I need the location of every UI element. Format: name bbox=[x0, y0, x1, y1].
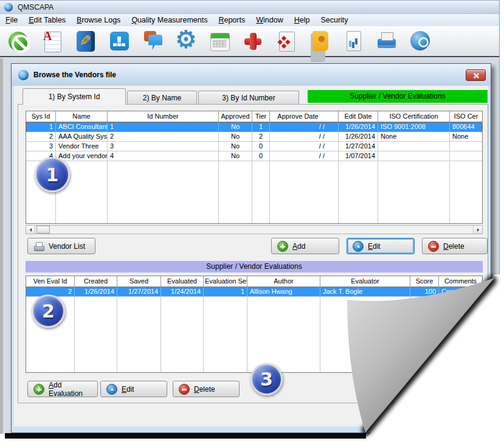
empty-row[interactable] bbox=[26, 181, 482, 190]
table-cell bbox=[378, 171, 450, 181]
add-plus-icon[interactable] bbox=[240, 29, 266, 54]
table-cell: 1/26/2014 bbox=[339, 132, 378, 141]
calendar-icon[interactable] bbox=[207, 29, 232, 54]
scrollbar-thumb[interactable] bbox=[36, 226, 50, 234]
table-cell bbox=[204, 355, 247, 365]
table-cell bbox=[339, 171, 378, 181]
menu-item-window[interactable]: Window bbox=[250, 15, 288, 26]
table-cell: 0 bbox=[252, 151, 270, 161]
menu-item-quality-measurements[interactable]: Quality Measurements bbox=[126, 15, 213, 26]
delete-button[interactable]: Delete bbox=[173, 381, 240, 397]
table-cell bbox=[26, 220, 56, 224]
table-cell: 1/07/2014 bbox=[339, 151, 378, 161]
table-cell bbox=[108, 190, 219, 200]
button-label: Delete bbox=[443, 242, 464, 251]
table-cell bbox=[56, 190, 108, 200]
table-cell: No bbox=[219, 122, 252, 131]
empty-row[interactable] bbox=[26, 171, 482, 181]
table-cell: 3 bbox=[108, 142, 219, 151]
menu-item-security[interactable]: Security bbox=[315, 15, 353, 26]
empty-row[interactable] bbox=[26, 210, 482, 220]
table-cell bbox=[204, 316, 247, 326]
table-cell bbox=[204, 307, 247, 316]
table-cell: / / bbox=[270, 142, 339, 151]
table-cell bbox=[26, 210, 56, 220]
menu-item-browse-logs[interactable]: Browse Logs bbox=[71, 15, 126, 26]
scroll-right-button[interactable] bbox=[473, 226, 482, 234]
table-cell bbox=[108, 220, 219, 224]
table-row[interactable]: 4Add your vendor or perso4No0/ /1/07/201… bbox=[26, 151, 482, 161]
table-cell bbox=[378, 200, 450, 210]
table-cell bbox=[219, 200, 252, 210]
table-cell bbox=[56, 220, 108, 224]
notebook-edit-icon[interactable] bbox=[73, 29, 98, 54]
column-header: Created bbox=[75, 276, 117, 286]
table-cell: 1/26/2014 bbox=[339, 122, 378, 131]
annotation-badge-3: 3 bbox=[250, 363, 283, 395]
table-row[interactable]: 1ABCI Consultants1No1/ /1/26/2014ISO 900… bbox=[26, 122, 482, 132]
button-label: Add bbox=[292, 242, 305, 251]
table-cell bbox=[270, 181, 339, 190]
table-cell bbox=[75, 307, 117, 316]
table-cell: 1/26/2014 bbox=[75, 287, 117, 296]
button-label: Add Evaluation bbox=[49, 381, 97, 398]
table-cell: Add your vendor or perso bbox=[56, 151, 108, 161]
block-icon[interactable] bbox=[6, 29, 32, 54]
empty-row[interactable] bbox=[26, 190, 482, 200]
chart-report-icon[interactable] bbox=[340, 29, 366, 54]
table-cell bbox=[26, 355, 75, 365]
web-search-icon[interactable] bbox=[407, 29, 433, 54]
printer-icon[interactable] bbox=[374, 29, 399, 54]
table-cell bbox=[117, 326, 161, 336]
menu-item-reports[interactable]: Reports bbox=[213, 15, 250, 26]
table-cell bbox=[56, 210, 108, 220]
table-cell bbox=[161, 326, 204, 336]
table-cell bbox=[75, 316, 117, 326]
add-button[interactable]: Add bbox=[271, 238, 339, 254]
table-row[interactable]: 3Vendor Three3No0/ /1/27/2014 bbox=[26, 142, 482, 151]
tab-3-by-id-number[interactable]: 3) By Id Number bbox=[198, 91, 299, 105]
table-cell bbox=[378, 190, 450, 200]
table-cell bbox=[270, 190, 339, 200]
document-a-icon[interactable] bbox=[40, 29, 65, 54]
horizontal-scrollbar[interactable] bbox=[26, 225, 483, 234]
table-cell bbox=[339, 220, 378, 224]
table-cell bbox=[247, 336, 320, 346]
empty-row[interactable] bbox=[26, 220, 482, 224]
delete-button[interactable]: Delete bbox=[422, 238, 488, 254]
table-row[interactable]: 2AAA Quality Systems2No2/ /1/26/2014None… bbox=[26, 132, 482, 142]
table-cell: 2 bbox=[252, 132, 270, 141]
table-cell bbox=[117, 365, 161, 373]
vendor-list-button[interactable]: Vendor List bbox=[27, 238, 95, 254]
table-cell bbox=[270, 171, 339, 181]
merge-document-icon[interactable] bbox=[274, 29, 299, 54]
table-cell bbox=[339, 200, 378, 210]
table-cell bbox=[117, 297, 161, 307]
vendors-table[interactable]: Sys IdNameId NumberApprovedTierApprove D… bbox=[26, 111, 483, 224]
menu-item-file[interactable]: File bbox=[0, 15, 23, 26]
table-cell bbox=[204, 365, 247, 373]
page-curl-decoration bbox=[340, 271, 504, 441]
menu-item-edit-tables[interactable]: Edit Tables bbox=[23, 15, 71, 26]
table-cell: 1/27/2014 bbox=[117, 287, 161, 296]
tab-1-by-system-id[interactable]: 1) By System Id bbox=[22, 88, 126, 105]
table-cell bbox=[108, 171, 219, 181]
button-label: Vendor List bbox=[49, 242, 85, 251]
dialog-titlebar[interactable]: Browse the Vendors file bbox=[12, 64, 491, 86]
edit-icon bbox=[106, 384, 117, 395]
add-evaluation-button[interactable]: Add Evaluation bbox=[27, 381, 98, 397]
table-cell bbox=[339, 210, 378, 220]
empty-row[interactable] bbox=[26, 161, 482, 171]
chat-bubbles-icon[interactable] bbox=[140, 29, 165, 54]
menu-item-help[interactable]: Help bbox=[289, 15, 316, 26]
address-book-icon[interactable] bbox=[307, 29, 333, 54]
close-button[interactable] bbox=[466, 69, 486, 81]
gear-icon[interactable] bbox=[173, 29, 199, 54]
scroll-left-button[interactable] bbox=[26, 226, 35, 234]
empty-row[interactable] bbox=[26, 200, 482, 210]
tab-2-by-name[interactable]: 2) By Name bbox=[127, 91, 197, 105]
sitemap-icon[interactable] bbox=[106, 29, 132, 54]
table-cell bbox=[108, 210, 219, 220]
edit-button[interactable]: Edit bbox=[347, 238, 415, 254]
edit-button[interactable]: Edit bbox=[100, 381, 167, 397]
